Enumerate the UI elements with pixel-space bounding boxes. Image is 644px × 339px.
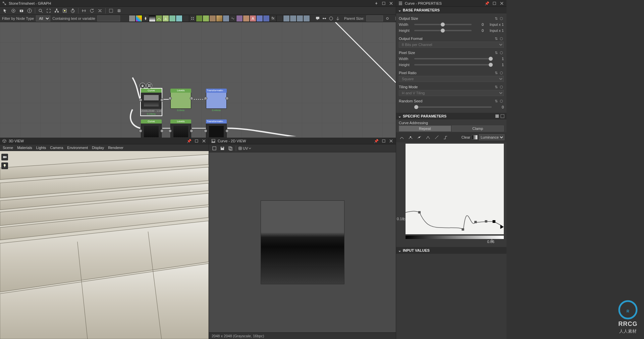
expose-icon[interactable] [335,15,340,22]
preset-save-icon[interactable] [495,114,499,118]
inherit-icon[interactable]: ⇅ [494,36,498,41]
addressing-repeat-button[interactable]: Repeat [399,126,451,132]
ps-width-value[interactable]: 1 [494,57,504,61]
fit-icon[interactable] [45,7,52,14]
pin-icon[interactable]: 📌 [484,1,490,6]
node-sharpen[interactable] [209,15,216,22]
link-icon[interactable]: ⬡ [499,70,504,75]
ps-height-value[interactable]: 1 [494,63,504,67]
ps-height-slider[interactable] [414,64,492,65]
ps-width-slider[interactable] [414,58,492,59]
node-input-port[interactable] [204,129,207,133]
shuffle-icon[interactable] [97,7,103,14]
output-format-select[interactable]: 8 Bits per Channel [399,42,504,48]
highlight-icon[interactable] [61,7,68,14]
menu-environment[interactable]: Environment [67,146,88,150]
width-slider[interactable] [414,24,472,25]
link-icon[interactable]: ⬡ [499,36,504,41]
target-icon[interactable] [10,7,17,14]
inherit-icon[interactable]: ⇅ [494,50,498,55]
curve-channel-select[interactable]: Luminance [479,134,504,140]
node-input-port[interactable] [204,97,207,100]
random-seed-slider[interactable] [414,106,492,108]
node-input[interactable] [290,15,297,22]
curve-clear-button[interactable]: Clear [462,135,470,139]
selection-icon[interactable] [108,7,114,14]
node-grayscale-conv[interactable] [182,15,189,22]
copy-image-icon[interactable] [227,145,234,152]
node-hsl[interactable] [189,15,196,22]
menu-scene[interactable]: Scene [3,146,13,150]
close-icon[interactable] [388,1,394,6]
save-image-icon[interactable] [219,145,226,152]
filter-type-select[interactable]: All [36,15,50,21]
node-output-port[interactable] [190,129,193,133]
grid-icon[interactable] [116,7,122,14]
portal-icon[interactable] [329,15,333,22]
node-channel-shuffle[interactable] [169,15,176,22]
link-icon[interactable]: ⬡ [499,16,504,21]
align-icon[interactable] [80,7,87,14]
node-curve-1[interactable]: Curve 2048x2048 - L16 0.24ms [141,89,162,115]
maximize-icon[interactable] [492,1,497,6]
menu-lights[interactable]: Lights [36,146,46,150]
curve-tangent-icon[interactable] [416,134,423,141]
filter-text-input[interactable] [97,15,120,21]
addressing-clamp-button[interactable]: Clamp [452,126,504,132]
menu-materials[interactable]: Materials [17,146,32,150]
graph-canvas[interactable]: Curve 2048x2048 - L16 0.24ms Levels 0.6m… [0,22,396,138]
camera-icon[interactable] [18,7,25,14]
link-icon[interactable]: ⬡ [499,50,504,55]
input-values-header[interactable]: ⌄ INPUT VALUES [396,247,506,254]
width-value[interactable]: 0 [474,22,484,27]
refresh-icon[interactable] [89,7,95,14]
node-emboss[interactable] [216,15,223,22]
node-output-port[interactable] [160,129,164,133]
pixel-ratio-select[interactable]: Square [399,76,504,82]
node-fxmap[interactable]: fx [270,15,276,22]
node-output-port[interactable] [225,97,229,100]
new-image-icon[interactable] [211,145,218,152]
height-slider[interactable] [414,30,472,31]
node-curve[interactable] [156,15,162,22]
maximize-icon[interactable] [194,138,199,144]
node-transform2d[interactable] [223,15,229,22]
node-levels[interactable] [162,15,169,22]
node-svg[interactable] [256,15,263,22]
node-output-port[interactable] [225,129,229,133]
node-normal[interactable] [176,15,182,22]
node-pin[interactable] [303,15,310,22]
info-icon[interactable]: i [26,7,33,14]
timing-icon[interactable] [69,7,76,14]
curve-select-icon[interactable] [398,134,406,141]
node-pixel-proc[interactable] [276,15,283,22]
node-levels-1[interactable]: Levels 0.6ms [170,89,191,112]
pointer-icon[interactable] [2,7,9,14]
menu-display[interactable]: Display [92,146,104,150]
node-transform2d-2[interactable]: Transformation 2D 2048x2048 - L16 1.13ms [206,119,227,138]
hierarchy-icon[interactable] [53,7,60,14]
close-icon[interactable] [201,138,207,144]
inherit-icon[interactable]: ⇅ [494,99,498,103]
parent-size-input[interactable] [366,15,383,21]
node-transform2d-1[interactable]: Transformation 2D 0.44ms [206,89,227,112]
node-badge-view-icon[interactable] [146,83,152,89]
curve-linear-icon[interactable] [433,134,440,141]
node-dir-warp[interactable] [236,15,243,22]
node-frame[interactable] [297,15,303,22]
menu-renderer[interactable]: Renderer [108,146,123,150]
link-cut-icon[interactable] [322,15,327,22]
pin-icon[interactable] [374,1,379,6]
view2d-viewport[interactable] [209,152,396,332]
specific-parameters-header[interactable]: ⌄ SPECIFIC PARAMETERS [396,113,506,119]
height-value[interactable]: 0 [474,29,484,33]
view3d-viewport[interactable] [0,151,209,339]
tiling-mode-select[interactable]: H and V Tiling [399,90,504,96]
maximize-icon[interactable] [381,1,386,6]
inherit-icon[interactable]: ⇅ [494,70,498,75]
curve-step-icon[interactable] [442,134,449,141]
link-icon[interactable]: ⬡ [499,85,504,89]
base-parameters-header[interactable]: ⌄ BASE PARAMETERS [396,7,506,13]
node-output-port[interactable] [160,98,164,102]
link-icon[interactable]: ⬡ [499,99,504,103]
